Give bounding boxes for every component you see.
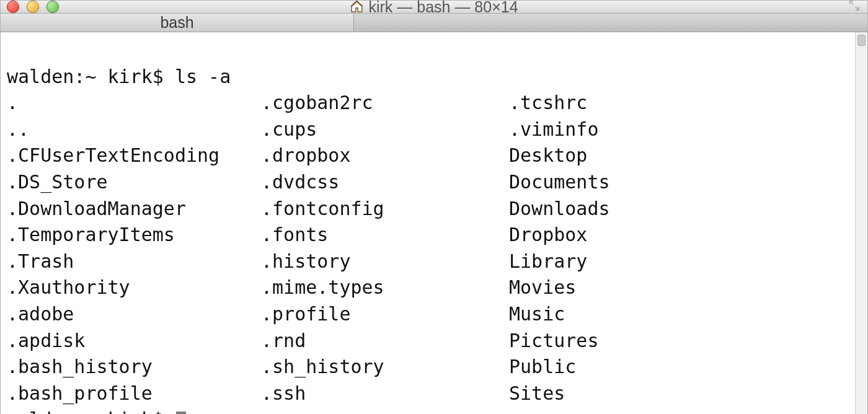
file-entry: Documents: [509, 169, 849, 196]
cursor: [176, 412, 186, 414]
ls-output: ....CFUserTextEncoding.DS_Store.Download…: [7, 90, 849, 407]
tab-bash[interactable]: bash: [1, 14, 354, 32]
minimize-button[interactable]: [27, 1, 39, 13]
terminal-area: walden:~ kirk$ ls -a ....CFUserTextEncod…: [1, 32, 867, 414]
file-entry: .mime.types: [261, 275, 509, 301]
ls-column-2: .cgoban2rc.cups.dropbox.dvdcss.fontconfi…: [261, 90, 509, 407]
file-entry: .history: [261, 249, 509, 275]
file-entry: .apdisk: [7, 328, 261, 355]
file-entry: .DownloadManager: [7, 196, 261, 222]
file-entry: .Xauthority: [7, 275, 261, 301]
file-entry: .dvdcss: [261, 169, 509, 196]
file-entry: Public: [509, 354, 849, 381]
file-entry: Downloads: [509, 196, 849, 222]
ls-column-1: ....CFUserTextEncoding.DS_Store.Download…: [7, 90, 261, 407]
file-entry: Music: [509, 301, 849, 328]
file-entry: .cgoban2rc: [261, 90, 509, 117]
file-entry: .TemporaryItems: [7, 222, 261, 249]
file-entry: .viminfo: [509, 117, 849, 143]
window-titlebar[interactable]: kirk — bash — 80×14: [1, 1, 867, 14]
prompt-line-2: walden:~ kirk$: [7, 408, 186, 414]
file-entry: .sh_history: [261, 354, 509, 381]
file-entry: ..: [7, 117, 261, 143]
tab-label: bash: [160, 14, 193, 32]
prompt-prefix: walden:~ kirk$: [7, 66, 175, 87]
scrollbar-thumb[interactable]: [857, 35, 866, 46]
file-entry: .bash_profile: [7, 381, 261, 407]
file-entry: .ssh: [261, 381, 509, 407]
terminal-output[interactable]: walden:~ kirk$ ls -a ....CFUserTextEncod…: [1, 32, 855, 414]
window-title: kirk — bash — 80×14: [350, 0, 518, 16]
file-entry: Desktop: [509, 143, 849, 169]
file-entry: .Trash: [7, 249, 261, 275]
scrollbar-track[interactable]: [855, 32, 867, 414]
file-entry: Sites: [509, 381, 849, 407]
tab-bar: bash: [1, 14, 867, 32]
close-button[interactable]: [7, 1, 19, 13]
prompt-line-1: walden:~ kirk$ ls -a: [7, 66, 231, 87]
file-entry: Movies: [509, 275, 849, 301]
prompt-prefix: walden:~ kirk$: [7, 408, 175, 414]
terminal-window: kirk — bash — 80×14 bash walden:~ kirk$ …: [0, 0, 868, 414]
file-entry: .dropbox: [261, 143, 509, 169]
file-entry: Pictures: [509, 328, 849, 355]
file-entry: .fontconfig: [261, 196, 509, 222]
file-entry: .fonts: [261, 222, 509, 249]
home-icon: [350, 0, 363, 14]
command-text: ls -a: [175, 66, 231, 87]
file-entry: .cups: [261, 117, 509, 143]
fullscreen-icon[interactable]: [848, 0, 861, 15]
file-entry: .tcshrc: [509, 90, 849, 117]
file-entry: .rnd: [261, 328, 509, 355]
file-entry: .adobe: [7, 301, 261, 328]
file-entry: .DS_Store: [7, 169, 261, 196]
ls-column-3: .tcshrc.viminfoDesktopDocumentsDownloads…: [509, 90, 849, 407]
file-entry: Library: [509, 249, 849, 275]
file-entry: .: [7, 90, 261, 117]
file-entry: .CFUserTextEncoding: [7, 143, 261, 169]
window-title-text: kirk — bash — 80×14: [368, 0, 518, 16]
file-entry: .profile: [261, 301, 509, 328]
traffic-lights: [7, 1, 59, 13]
file-entry: .bash_history: [7, 354, 261, 381]
zoom-button[interactable]: [46, 1, 59, 13]
file-entry: Dropbox: [509, 222, 849, 249]
